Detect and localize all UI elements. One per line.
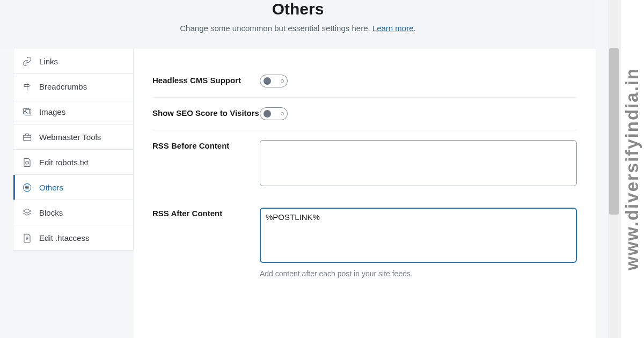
scrollbar[interactable]: [608, 0, 620, 338]
headless-toggle[interactable]: [260, 75, 288, 87]
sidebar-item-images[interactable]: Images: [13, 99, 133, 124]
svg-rect-3: [23, 135, 31, 141]
sidebar-item-blocks[interactable]: Blocks: [13, 200, 133, 225]
rss-after-label: RSS After Content: [152, 208, 260, 278]
content-panel: Headless CMS Support Show SEO Score to V…: [134, 49, 596, 338]
sidebar-item-htaccess[interactable]: Edit .htaccess: [13, 225, 133, 250]
sidebar-item-label: Edit robots.txt: [39, 158, 89, 167]
rss-after-input[interactable]: [260, 208, 577, 263]
file-icon: [21, 157, 32, 167]
rss-before-input[interactable]: [260, 140, 577, 186]
scroll-thumb[interactable]: [609, 48, 619, 215]
page-subtitle: Change some uncommon but essential setti…: [11, 24, 585, 33]
signpost-icon: [21, 81, 32, 92]
link-icon: [21, 56, 32, 67]
field-rss-after: RSS After Content Add content after each…: [152, 198, 577, 288]
sidebar-item-links[interactable]: Links: [13, 49, 133, 74]
svg-rect-1: [23, 108, 29, 114]
seo-score-toggle[interactable]: [260, 107, 288, 120]
page-title: Others: [11, 0, 585, 18]
sidebar-item-label: Breadcrumbs: [39, 82, 87, 91]
learn-more-link[interactable]: Learn more: [372, 24, 414, 33]
sidebar-item-breadcrumbs[interactable]: Breadcrumbs: [13, 74, 133, 99]
layers-icon: [21, 207, 32, 218]
field-seo-score: Show SEO Score to Visitors: [152, 98, 577, 130]
sidebar-item-webmaster[interactable]: Webmaster Tools: [13, 124, 133, 150]
sidebar-item-label: Blocks: [39, 208, 63, 217]
field-headless: Headless CMS Support: [152, 65, 577, 98]
sidebar-item-label: Links: [39, 57, 58, 66]
sidebar-item-label: Images: [39, 107, 65, 116]
sidebar-item-label: Edit .htaccess: [39, 233, 89, 243]
toolbox-icon: [21, 131, 32, 142]
headless-label: Headless CMS Support: [152, 75, 260, 87]
sidebar: Links Breadcrumbs Images Webmaster Tools: [13, 49, 134, 251]
rss-before-label: RSS Before Content: [152, 140, 260, 188]
file-edit-icon: [21, 232, 32, 243]
page-header: Others Change some uncommon but essentia…: [0, 0, 596, 49]
field-rss-before: RSS Before Content: [152, 130, 577, 198]
images-icon: [21, 106, 32, 117]
sidebar-item-robots[interactable]: Edit robots.txt: [13, 150, 133, 175]
seo-score-label: Show SEO Score to Visitors: [152, 107, 260, 120]
sidebar-item-label: Webmaster Tools: [39, 133, 101, 142]
watermark: www.diversifyindia.in: [620, 0, 644, 338]
list-icon: [21, 182, 32, 193]
sidebar-item-label: Others: [39, 183, 63, 192]
rss-after-help: Add content after each post in your site…: [260, 269, 577, 278]
sidebar-item-others[interactable]: Others: [13, 175, 133, 200]
